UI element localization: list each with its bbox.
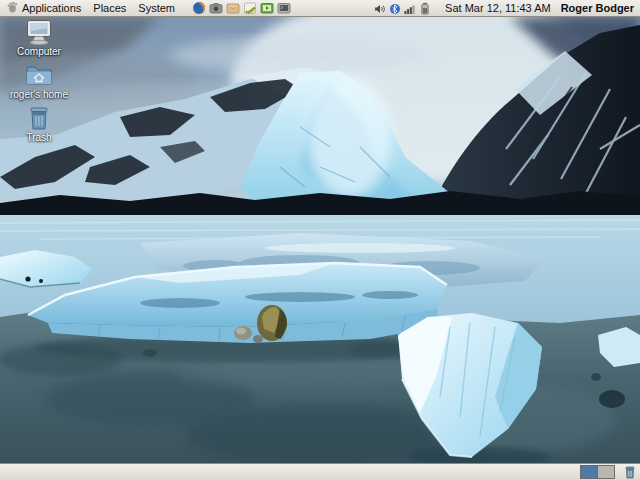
notification-area: [374, 2, 431, 15]
wallpaper-glacier-photo: [0, 17, 640, 463]
desktop-icon-label: roger's home: [10, 89, 68, 100]
firefox-launcher-icon[interactable]: [191, 1, 206, 16]
terminal-launcher-icon[interactable]: [276, 1, 291, 16]
clock-applet[interactable]: Sat Mar 12, 11:43 AM: [437, 2, 559, 14]
bluetooth-icon[interactable]: [389, 2, 401, 15]
distro-foot-icon: [6, 1, 18, 15]
battery-icon[interactable]: [419, 2, 431, 15]
network-signal-icon[interactable]: [404, 2, 416, 15]
home-folder-icon: [24, 62, 54, 88]
workspace-1[interactable]: [581, 466, 597, 478]
menu-places[interactable]: Places: [87, 0, 132, 16]
menu-places-label: Places: [93, 2, 126, 14]
computer-icon: [24, 19, 54, 45]
desktop-area[interactable]: Computer roger's home: [0, 17, 640, 463]
menu-system[interactable]: System: [132, 0, 181, 16]
workspace-2[interactable]: [597, 466, 614, 478]
top-panel: Applications Places System: [0, 0, 640, 17]
gnome-desktop: Applications Places System: [0, 0, 640, 480]
bottom-panel: [0, 463, 640, 480]
text-editor-launcher-icon[interactable]: [242, 1, 257, 16]
trash-icon: [24, 105, 54, 131]
desktop-icon-column: Computer roger's home: [8, 19, 70, 148]
desktop-icon-home[interactable]: roger's home: [8, 62, 70, 100]
menu-system-label: System: [138, 2, 175, 14]
volume-icon[interactable]: [374, 2, 386, 15]
panel-launchers: [191, 1, 291, 16]
menu-applications[interactable]: Applications: [0, 0, 87, 16]
desktop-icon-label: Trash: [26, 132, 51, 143]
mail-launcher-icon[interactable]: [225, 1, 240, 16]
media-player-launcher-icon[interactable]: [259, 1, 274, 16]
desktop-icon-trash[interactable]: Trash: [8, 105, 70, 143]
desktop-icon-label: Computer: [17, 46, 61, 57]
menu-applications-label: Applications: [22, 2, 81, 14]
camera-launcher-icon[interactable]: [208, 1, 223, 16]
user-switcher[interactable]: Roger Bodger: [559, 2, 640, 14]
workspace-switcher: [580, 465, 615, 479]
trash-applet-icon[interactable]: [623, 465, 637, 479]
desktop-icon-computer[interactable]: Computer: [8, 19, 70, 57]
